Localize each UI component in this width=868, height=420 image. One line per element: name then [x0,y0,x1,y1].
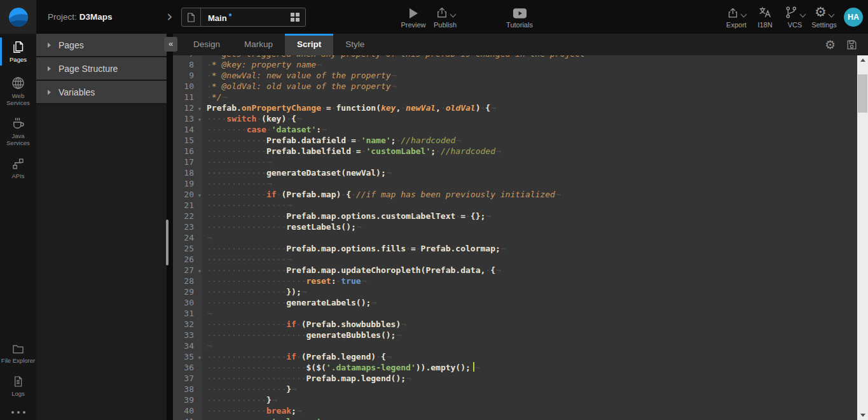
code-line[interactable]: 15············Prefab.datafield·=·'name';… [173,135,857,146]
code-line[interactable]: 14········case·'dataset':¬ [173,124,857,135]
line-number[interactable]: 27▾ [173,265,202,276]
user-avatar[interactable]: HA [844,8,863,27]
code-line[interactable]: 41········case·'colormap':¬ [173,416,857,420]
code-line[interactable]: 26················¬ [173,254,857,265]
code-line[interactable]: 12▾Prefab.onPropertyChange·=·function(ke… [173,102,857,113]
more-options-icon[interactable] [0,411,36,414]
scroll-down-arrow[interactable] [857,410,868,420]
code-line[interactable]: 20▾············if·(Prefab.map)·{·//if ma… [173,189,857,200]
code-area[interactable]: 7·* gets triggered when any property of … [173,55,857,420]
code-line[interactable]: 11·*/¬ [173,92,857,102]
line-number[interactable]: 33 [173,330,202,340]
code-line[interactable]: 39············}¬ [173,395,857,405]
line-number[interactable]: 12▾ [173,102,202,113]
code-line[interactable]: 24¬ [173,232,857,243]
tab-script[interactable]: Script [285,34,333,55]
line-number[interactable]: 25 [173,243,202,254]
page-tab-main[interactable]: Main* [181,8,306,27]
scroll-up-arrow[interactable] [857,55,868,65]
code-line[interactable]: 17············¬ [173,157,857,167]
save-icon[interactable] [846,39,858,51]
panel-section-page-structure[interactable]: Page Structure [36,57,167,81]
grid-view-icon[interactable] [291,13,300,22]
code-line[interactable]: 31¬ [173,308,857,319]
panel-section-pages[interactable]: Pages [36,34,167,57]
line-number[interactable]: 29 [173,286,202,297]
editor-settings-gear-icon[interactable]: ⚙ [825,38,836,52]
line-number[interactable]: 32 [173,319,202,330]
code-line[interactable]: 10·* @oldVal: old value of the property¬ [173,81,857,92]
publish-button[interactable]: Publish [430,5,460,29]
sidebar-item-apis[interactable]: APIs [0,156,36,181]
line-number[interactable]: 13▾ [173,113,202,124]
sidebar-item-web-services[interactable]: Web Services [0,74,36,108]
line-number[interactable]: 31 [173,308,202,319]
tab-markup[interactable]: Markup [232,34,285,55]
code-line[interactable]: 33····················generateBubbles();… [173,330,857,340]
vcs-button[interactable]: VCS [781,5,809,29]
line-number[interactable]: 37 [173,373,202,384]
tab-style[interactable]: Style [333,34,376,55]
panel-section-variables[interactable]: Variables [36,81,167,104]
code-line[interactable]: 8·* @key: property name¬ [173,59,857,70]
code-line[interactable]: 9·* @newVal: new value of the property¬ [173,70,857,81]
line-number[interactable]: 41 [173,416,202,420]
code-line[interactable]: 16············Prefab.labelfield·=·'custo… [173,146,857,157]
code-line[interactable]: 37····················Prefab.map.legend(… [173,373,857,384]
code-line[interactable]: 34¬ [173,340,857,351]
code-line[interactable]: 27▾················Prefab.map.updateChor… [173,265,857,276]
code-line[interactable]: 22················Prefab.map.options.cus… [173,211,857,221]
line-number[interactable]: 16 [173,146,202,157]
code-line[interactable]: 21················¬ [173,200,857,211]
code-line[interactable]: 23················resetLabels();¬ [173,221,857,232]
settings-button[interactable]: ⚙ Settings [808,5,841,29]
line-number[interactable]: 39 [173,395,202,405]
line-number[interactable]: 36 [173,362,202,373]
app-logo[interactable] [0,0,36,34]
line-number[interactable]: 19 [173,178,202,189]
i18n-button[interactable]: I18N [752,5,778,29]
code-line[interactable]: 36····················$($('.datamaps-leg… [173,362,857,373]
line-number[interactable]: 24 [173,232,202,243]
sidebar-item-logs[interactable]: Logs [0,374,36,398]
code-line[interactable]: 32················if·(Prefab.showbubbles… [173,319,857,330]
line-number[interactable]: 20▾ [173,189,202,200]
line-number[interactable]: 10 [173,81,202,92]
line-number[interactable]: 34 [173,340,202,351]
code-line[interactable]: 38················}¬ [173,384,857,395]
preview-button[interactable]: Preview [399,5,427,29]
line-number[interactable]: 11 [173,92,202,102]
code-line[interactable]: 35▾················if·(Prefab.legend)·{¬ [173,351,857,362]
line-number[interactable]: 30 [173,297,202,308]
code-line[interactable]: 13▾····switch·(key)·{¬ [173,113,857,124]
code-line[interactable]: 18············generateDataset(newVal);¬ [173,167,857,178]
line-number[interactable]: 14 [173,124,202,135]
code-line[interactable]: 29················});¬ [173,286,857,297]
editor-scrollbar[interactable] [857,55,868,420]
line-number[interactable]: 38 [173,384,202,395]
panel-scrollbar-thumb[interactable] [166,220,169,265]
sidebar-item-pages[interactable]: Pages [0,39,36,64]
line-number[interactable]: 21 [173,200,202,211]
export-button[interactable]: Export [721,5,752,29]
code-line[interactable]: 40············break;¬ [173,405,857,416]
scrollbar-thumb[interactable] [858,74,867,113]
tutorials-button[interactable]: Tutorials [504,5,535,29]
line-number[interactable]: 15 [173,135,202,146]
tab-design[interactable]: Design [181,34,232,55]
line-number[interactable]: 8 [173,59,202,70]
line-number[interactable]: 18 [173,167,202,178]
line-number[interactable]: 28 [173,276,202,286]
line-number[interactable]: 9 [173,70,202,81]
line-number[interactable]: 22 [173,211,202,221]
code-line[interactable]: 19············¬ [173,178,857,189]
line-number[interactable]: 40 [173,405,202,416]
sidebar-item-java-services[interactable]: Java Services [0,115,36,148]
line-number[interactable]: 23 [173,221,202,232]
line-number[interactable]: 35▾ [173,351,202,362]
code-line[interactable]: 25················Prefab.map.options.fil… [173,243,857,254]
sidebar-item-file-explorer[interactable]: File Explorer [0,341,36,365]
code-line[interactable]: 30················generateLabels();¬ [173,297,857,308]
line-number[interactable]: 17 [173,157,202,167]
panel-collapse-button[interactable]: « [164,37,177,52]
